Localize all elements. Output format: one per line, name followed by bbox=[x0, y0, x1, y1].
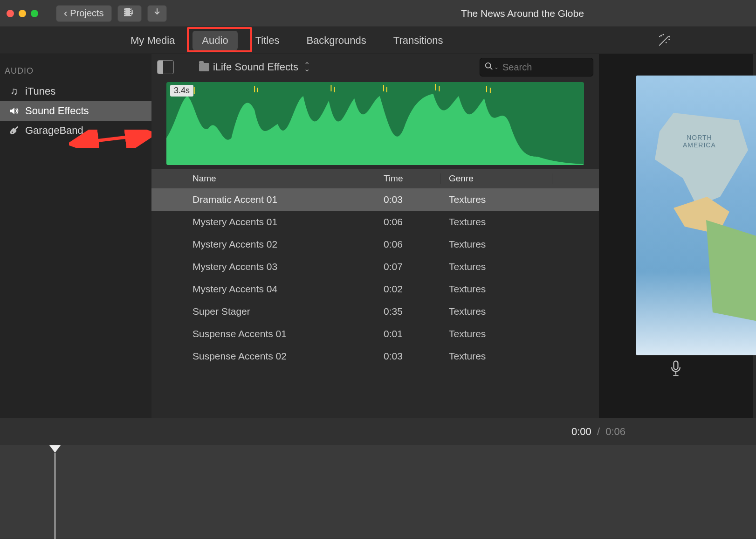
cell-time: 0:06 bbox=[375, 239, 440, 250]
project-title: The News Around the Globe bbox=[461, 8, 584, 19]
cell-name: Mystery Accents 03 bbox=[184, 261, 375, 272]
sidebar-item-label: Sound Effects bbox=[25, 105, 89, 117]
svg-rect-8 bbox=[130, 14, 131, 15]
cell-time: 0:02 bbox=[375, 283, 440, 295]
table-row[interactable]: Mystery Accents 010:06Textures bbox=[151, 211, 599, 233]
playhead-line bbox=[55, 453, 55, 539]
preview-panel: NORTH AMERICA bbox=[599, 54, 753, 418]
cell-genre: Textures bbox=[440, 306, 552, 317]
search-input[interactable]: ⌄ Search bbox=[480, 58, 593, 76]
theater-button[interactable] bbox=[117, 5, 142, 22]
cell-genre: Textures bbox=[440, 328, 552, 339]
cell-genre: Textures bbox=[440, 194, 552, 205]
sidebar-item-label: iTunes bbox=[25, 85, 55, 97]
col-genre[interactable]: Genre bbox=[440, 173, 552, 184]
cell-time: 0:35 bbox=[375, 306, 440, 317]
tab-audio[interactable]: Audio bbox=[192, 31, 237, 50]
table-row[interactable]: Dramatic Accent 010:03Textures bbox=[151, 188, 599, 211]
time-current: 0:00 bbox=[571, 426, 591, 437]
col-name[interactable]: Name bbox=[184, 173, 375, 184]
window-controls bbox=[7, 10, 38, 17]
sidebar-item-itunes[interactable]: ♫ iTunes bbox=[0, 82, 151, 101]
time-readout: 0:00 / 0:06 bbox=[571, 426, 625, 438]
waveform-duration-badge: 3.4s bbox=[170, 85, 193, 97]
audio-sidebar: AUDIO ♫ iTunes Sound Effects GarageBand bbox=[0, 54, 151, 418]
sidebar-toggle-button[interactable] bbox=[157, 60, 174, 74]
search-icon bbox=[485, 62, 493, 72]
voiceover-record-button[interactable] bbox=[669, 360, 682, 379]
svg-point-15 bbox=[486, 63, 491, 68]
enhance-wand-button[interactable] bbox=[656, 33, 672, 52]
cell-time: 0:01 bbox=[375, 328, 440, 339]
tab-backgrounds[interactable]: Backgrounds bbox=[297, 31, 375, 50]
cell-name: Super Stager bbox=[184, 306, 375, 317]
guitar-icon bbox=[8, 125, 20, 136]
map-landmass bbox=[655, 113, 748, 206]
time-total: 0:06 bbox=[605, 426, 625, 437]
projects-back-button[interactable]: ‹ Projects bbox=[56, 5, 112, 22]
cell-time: 0:07 bbox=[375, 261, 440, 272]
cell-time: 0:06 bbox=[375, 216, 440, 228]
svg-rect-3 bbox=[124, 12, 125, 13]
map-label: NORTH AMERICA bbox=[683, 134, 716, 149]
svg-point-12 bbox=[666, 42, 667, 43]
cell-name: Mystery Accents 02 bbox=[184, 239, 375, 250]
svg-rect-2 bbox=[124, 10, 125, 11]
playhead-handle-icon bbox=[49, 445, 61, 453]
download-arrow-icon bbox=[153, 8, 161, 19]
close-window-button[interactable] bbox=[7, 10, 14, 17]
playhead[interactable] bbox=[55, 445, 61, 539]
cell-genre: Textures bbox=[440, 351, 552, 362]
svg-point-11 bbox=[669, 39, 669, 40]
cell-name: Suspense Accents 02 bbox=[184, 351, 375, 362]
cell-name: Mystery Accents 01 bbox=[184, 216, 375, 228]
sort-updown-icon: ⌃⌄ bbox=[304, 63, 310, 71]
table-body: Dramatic Accent 010:03TexturesMystery Ac… bbox=[151, 188, 599, 367]
cell-genre: Textures bbox=[440, 261, 552, 272]
cell-genre: Textures bbox=[440, 283, 552, 295]
timeline-track[interactable] bbox=[0, 445, 756, 539]
svg-point-9 bbox=[660, 36, 660, 37]
preview-viewer[interactable]: NORTH AMERICA bbox=[636, 76, 756, 355]
table-header: Name Time Genre bbox=[151, 169, 599, 188]
svg-rect-29 bbox=[674, 361, 678, 369]
cell-time: 0:03 bbox=[375, 194, 440, 205]
cell-name: Mystery Accents 04 bbox=[184, 283, 375, 295]
cell-genre: Textures bbox=[440, 216, 552, 228]
import-button[interactable] bbox=[147, 5, 167, 22]
music-note-icon: ♫ bbox=[8, 85, 20, 97]
audio-table: Name Time Genre Dramatic Accent 010:03Te… bbox=[151, 169, 599, 418]
library-name: iLife Sound Effects bbox=[213, 61, 298, 73]
cell-name: Suspense Accents 01 bbox=[184, 328, 375, 339]
time-separator: / bbox=[597, 426, 600, 437]
map-landmass bbox=[706, 220, 756, 323]
table-row[interactable]: Mystery Accents 040:02Textures bbox=[151, 278, 599, 300]
waveform-preview[interactable]: 3.4s bbox=[166, 82, 584, 165]
table-row[interactable]: Suspense Accents 020:03Textures bbox=[151, 345, 599, 367]
table-row[interactable]: Super Stager0:35Textures bbox=[151, 300, 599, 323]
projects-label: Projects bbox=[70, 8, 103, 19]
sidebar-item-sound-effects[interactable]: Sound Effects bbox=[0, 101, 151, 121]
svg-rect-5 bbox=[130, 8, 131, 9]
cell-name: Dramatic Accent 01 bbox=[184, 194, 375, 205]
table-row[interactable]: Mystery Accents 020:06Textures bbox=[151, 233, 599, 256]
search-placeholder: Search bbox=[502, 62, 532, 73]
cell-time: 0:03 bbox=[375, 351, 440, 362]
svg-point-13 bbox=[12, 131, 13, 133]
titlebar: ‹ Projects The News Around the Globe bbox=[0, 0, 756, 27]
library-dropdown[interactable]: iLife Sound Effects ⌃⌄ bbox=[199, 61, 310, 73]
browser-header: iLife Sound Effects ⌃⌄ ⌄ Search bbox=[151, 54, 599, 80]
tab-transitions[interactable]: Transitions bbox=[384, 31, 453, 50]
annotation-arrow bbox=[69, 130, 158, 148]
tab-my-media[interactable]: My Media bbox=[121, 31, 184, 50]
table-row[interactable]: Mystery Accents 030:07Textures bbox=[151, 256, 599, 278]
col-time[interactable]: Time bbox=[375, 173, 440, 184]
audio-browser: iLife Sound Effects ⌃⌄ ⌄ Search 3.4s bbox=[151, 54, 599, 418]
fullscreen-window-button[interactable] bbox=[31, 10, 38, 17]
svg-rect-1 bbox=[124, 8, 125, 9]
svg-rect-6 bbox=[130, 10, 131, 11]
minimize-window-button[interactable] bbox=[19, 10, 26, 17]
tab-titles[interactable]: Titles bbox=[246, 31, 289, 50]
table-row[interactable]: Suspense Accents 010:01Textures bbox=[151, 323, 599, 345]
waveform-graphic bbox=[166, 82, 584, 165]
